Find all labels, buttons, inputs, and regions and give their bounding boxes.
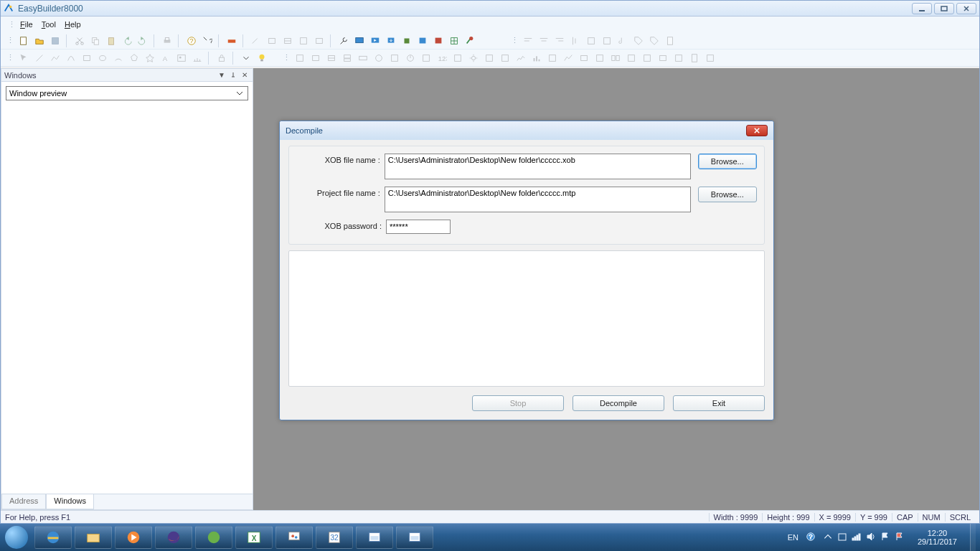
- object-icon[interactable]: [483, 52, 496, 65]
- close-panel-icon[interactable]: ✕: [240, 70, 250, 80]
- cut-icon[interactable]: [73, 34, 86, 47]
- chart-icon[interactable]: [514, 52, 527, 65]
- curve-icon[interactable]: [65, 52, 77, 65]
- object-icon[interactable]: [672, 52, 685, 65]
- monitor-play-icon[interactable]: [369, 34, 382, 47]
- object-icon[interactable]: [420, 52, 433, 65]
- text-icon[interactable]: A: [159, 52, 172, 65]
- tag-icon[interactable]: [632, 34, 645, 47]
- menu-help[interactable]: Help: [65, 20, 81, 29]
- tool-icon[interactable]: [313, 34, 326, 47]
- object-icon[interactable]: [451, 52, 464, 65]
- check-icon[interactable]: [463, 34, 476, 47]
- screen-blue-icon[interactable]: [416, 34, 429, 47]
- volume-icon[interactable]: [866, 532, 876, 543]
- taskbar-easybuilder-2[interactable]: [396, 526, 433, 549]
- tool-icon[interactable]: [265, 34, 278, 47]
- redo-icon[interactable]: [136, 34, 149, 47]
- align-icon[interactable]: [569, 34, 582, 47]
- output-textarea[interactable]: [288, 250, 765, 387]
- decompile-button[interactable]: Decompile: [573, 395, 664, 411]
- stop-button[interactable]: Stop: [472, 395, 564, 411]
- taskbar-paint[interactable]: [275, 526, 313, 549]
- grid-green-icon[interactable]: [448, 34, 461, 47]
- xob-file-input[interactable]: C:\Users\Administrator\Desktop\New folde…: [385, 154, 691, 179]
- flag-icon[interactable]: [880, 532, 890, 543]
- object-icon[interactable]: [293, 52, 306, 65]
- object-icon[interactable]: [404, 52, 417, 65]
- exit-button[interactable]: Exit: [673, 395, 765, 411]
- object-icon[interactable]: [578, 52, 590, 65]
- object-icon[interactable]: 123: [435, 52, 448, 65]
- pin-icon[interactable]: [228, 70, 238, 80]
- flag-red-icon[interactable]: [895, 532, 905, 543]
- lightbulb-icon[interactable]: [255, 52, 268, 65]
- language-indicator[interactable]: EN: [788, 533, 798, 542]
- polyline-icon[interactable]: [49, 52, 62, 65]
- pointer-icon[interactable]: [17, 52, 30, 65]
- object-icon[interactable]: [357, 52, 369, 65]
- panel-dropdown-icon[interactable]: ▼: [217, 70, 227, 80]
- ellipse-icon[interactable]: [96, 52, 109, 65]
- screen-red-icon[interactable]: [432, 34, 445, 47]
- object-icon[interactable]: [593, 52, 606, 65]
- new-file-icon[interactable]: [17, 34, 30, 47]
- dropdown-icon[interactable]: [240, 52, 253, 65]
- browse-xob-button[interactable]: Browse...: [698, 154, 757, 169]
- close-window-button[interactable]: [956, 3, 976, 14]
- trend-icon[interactable]: [562, 52, 575, 65]
- download-icon[interactable]: [385, 34, 397, 47]
- align-icon[interactable]: [537, 34, 550, 47]
- music-note-icon[interactable]: [616, 34, 629, 47]
- wrench-icon[interactable]: [337, 34, 350, 47]
- lock-icon[interactable]: [215, 52, 228, 65]
- taskbar-app-green[interactable]: [195, 526, 232, 549]
- help-icon[interactable]: ?: [185, 34, 198, 47]
- tool-icon[interactable]: [297, 34, 310, 47]
- taskbar-media-player[interactable]: [115, 526, 152, 549]
- align-icon[interactable]: [585, 34, 598, 47]
- object-icon[interactable]: [704, 52, 717, 65]
- object-icon[interactable]: [656, 52, 669, 65]
- object-icon[interactable]: [625, 52, 638, 65]
- object-icon[interactable]: [325, 52, 338, 65]
- scale-icon[interactable]: [191, 52, 204, 65]
- print-icon[interactable]: [161, 34, 174, 47]
- object-icon[interactable]: [546, 52, 559, 65]
- taskbar-clock[interactable]: 12:20 29/11/2017: [912, 529, 963, 546]
- start-button[interactable]: [0, 524, 33, 551]
- show-desktop-button[interactable]: [970, 524, 976, 551]
- monitor-icon[interactable]: [353, 34, 366, 47]
- copy-icon[interactable]: [89, 34, 102, 47]
- align-icon[interactable]: [600, 34, 613, 47]
- window-preview-combo[interactable]: Window preview: [6, 86, 248, 100]
- minimize-button[interactable]: [912, 3, 932, 14]
- arc-icon[interactable]: [112, 52, 125, 65]
- maximize-button[interactable]: [934, 3, 954, 14]
- object-icon[interactable]: [499, 52, 512, 65]
- object-icon[interactable]: [641, 52, 654, 65]
- tool-icon[interactable]: [281, 34, 294, 47]
- dialog-title-bar[interactable]: Decompile: [280, 121, 773, 140]
- taskbar-firefox[interactable]: [155, 526, 192, 549]
- save-icon[interactable]: [49, 34, 62, 47]
- object-icon[interactable]: [309, 52, 322, 65]
- object-icon[interactable]: [388, 52, 401, 65]
- rect-icon[interactable]: [80, 52, 93, 65]
- chevron-up-icon[interactable]: [823, 532, 833, 543]
- align-icon[interactable]: [553, 34, 566, 47]
- polygon-icon[interactable]: [128, 52, 141, 65]
- object-icon[interactable]: [341, 52, 354, 65]
- tag-icon[interactable]: [648, 34, 661, 47]
- xob-password-input[interactable]: ******: [386, 220, 451, 234]
- tool-icon[interactable]: [225, 34, 238, 47]
- taskbar-excel[interactable]: X: [235, 526, 273, 549]
- taskbar-explorer[interactable]: [75, 526, 112, 549]
- image-icon[interactable]: [175, 52, 188, 65]
- network-icon[interactable]: [852, 532, 862, 543]
- project-file-input[interactable]: C:\Users\Administrator\Desktop\New folde…: [385, 187, 691, 212]
- chip-icon[interactable]: [400, 34, 413, 47]
- gear-icon[interactable]: [467, 52, 480, 65]
- object-icon[interactable]: [609, 52, 622, 65]
- tab-address[interactable]: Address: [1, 494, 46, 509]
